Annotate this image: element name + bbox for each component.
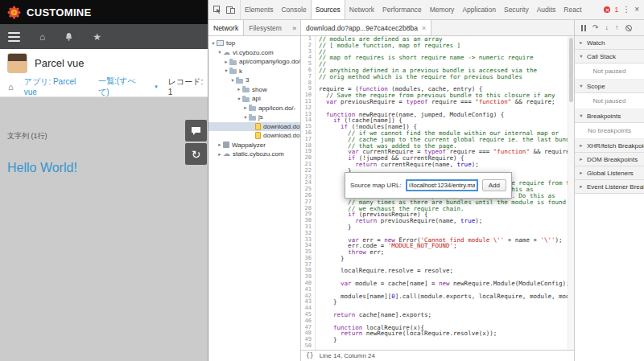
line-number[interactable]: 50 [301,343,316,350]
code-line: 11 var previousRequire = typeof require … [301,99,568,105]
devtools-tab-sources[interactable]: Sources [311,0,345,19]
floating-buttons: ↻ [185,120,207,165]
section-call-stack[interactable]: ▾Call Stack [575,50,644,64]
devtools-tab-performance[interactable]: Performance [378,0,426,19]
tree-item-app-icon-do-[interactable]: ▸app/icon.do/- [208,104,300,113]
editor-scrollbar[interactable] [568,36,574,350]
tree-item-wappalyzer[interactable]: ▸Wappalyzer [208,141,300,150]
avatar[interactable] [7,53,27,73]
error-count[interactable]: 1 [614,6,618,14]
section-dom-breakpoints[interactable]: ▸DOM Breakpoints [575,153,644,166]
debugger-sidebar: ↷ ↓ ↑ ▸Watch▾Call StackNot paused▾ScopeN… [574,20,644,361]
tree-item-3[interactable]: ▾3 [208,76,300,85]
tree-item-vi-cybozu-com[interactable]: ▾☁vi.cybozu.com [208,48,300,58]
editor-tab-title: download.do?app...9e7ca4cec2b8ba [306,24,418,32]
devtools-tab-application[interactable]: Application [458,0,500,19]
folder-icon [249,116,256,121]
close-tab-icon[interactable]: × [422,24,426,32]
refresh-button[interactable]: ↻ [185,143,207,165]
scrollbar-thumb[interactable] [569,38,573,102]
bell-icon[interactable] [64,32,73,42]
browser-page: CUSTOMINE ⌂ ★ Parcel vue ⌂ アプリ: Parcel v… [0,0,208,361]
device-toolbar-icon[interactable] [226,2,235,17]
menu-icon[interactable] [8,32,20,42]
devtools-tab-security[interactable]: Security [500,0,533,19]
record-count: レコード: 1 [168,76,208,96]
tree-item-download-do-app-3[interactable]: download.do?app=3 [208,122,300,132]
editor-tab[interactable]: download.do?app...9e7ca4cec2b8ba × [301,20,431,35]
folder-icon [229,60,237,65]
code-line: 42 modules[name][0].call(module.exports,… [301,293,568,300]
sources-sidebar: Network Filesystem » ▾top▾☁vi.cybozu.com… [208,20,301,361]
deactivate-breakpoints-icon[interactable] [625,25,632,31]
tree-item-js[interactable]: ▾js [208,113,300,122]
section-global-listeners[interactable]: ▸Global Listeners [575,166,644,180]
section-scope[interactable]: ▾Scope [575,80,644,93]
step-over-icon[interactable]: ↷ [592,24,599,31]
add-button[interactable]: Add [482,179,506,191]
app-toolbar: ⌂ ★ [0,24,208,49]
editor-tabbar: download.do?app...9e7ca4cec2b8ba × [301,20,574,36]
breadcrumb-app-link[interactable]: アプリ: Parcel vue [24,76,88,96]
tree-item-download-do-conten-[interactable]: download.do?conten… [208,131,300,141]
inspect-element-icon[interactable] [213,2,221,17]
section-event-listener-breakpoints[interactable]: ▸Event Listener Breakpoints [575,180,644,194]
step-into-icon[interactable]: ↓ [605,24,609,31]
tab-filesystem[interactable]: Filesystem [244,20,287,35]
brand-name: CUSTOMINE [27,6,91,18]
file-icon [255,132,261,139]
more-menu-icon[interactable]: ⋮ [622,6,630,14]
computer-icon [217,40,224,46]
folder-icon [229,69,237,74]
code-line: 2// [ module function, map of requires ] [301,43,568,49]
code-line: 50 [301,343,568,350]
cloud-icon: ☁ [223,49,230,56]
devtools-tab-memory[interactable]: Memory [426,0,459,19]
cursor-position: Line 14, Column 24 [320,352,375,359]
field-label: 文字列 (1行) [7,131,208,142]
tree-item-api[interactable]: ▾api [208,94,300,104]
tree-item-k[interactable]: ▾k [208,67,300,76]
pause-icon[interactable] [581,25,586,31]
overflow-chevron-icon[interactable]: » [292,24,300,32]
folder-icon [242,97,250,102]
step-out-icon[interactable]: ↑ [615,24,619,31]
devtools: ElementsConsoleSourcesNetworkPerformance… [208,0,644,361]
dialog-label: Source map URL: [350,182,402,189]
chat-bubble-icon [191,126,201,136]
debugger-toolbar: ↷ ↓ ↑ [575,20,644,36]
source-map-url-input[interactable] [406,179,478,191]
section-status: No breakpoints [575,123,644,139]
code-line: 48 return newRequire(localRequire.resolv… [301,330,568,337]
home-icon[interactable]: ⌂ [39,32,45,42]
devtools-tab-network[interactable]: Network [345,0,378,19]
tab-network[interactable]: Network [208,20,244,35]
code-line: 31 } [301,224,568,231]
pretty-print-icon[interactable]: {} [306,352,314,359]
folder-icon [242,88,250,92]
tree-item-api-company-logo-do-[interactable]: ▸api/company/logo.do/- [208,57,300,67]
file-icon [255,123,261,130]
tree-item-static-cybozu-com[interactable]: ▸☁static.cybozu.com [208,150,300,159]
customine-gear-icon [7,6,21,19]
devtools-tab-audits[interactable]: Audits [533,0,560,19]
tree-item-show[interactable]: ▸show [208,85,300,95]
breadcrumb-list-link[interactable]: 一覧:(すべて) [98,76,144,98]
section-breakpoints[interactable]: ▾Breakpoints [575,109,644,123]
tree-item-top[interactable]: ▾top [208,39,300,48]
devtools-tabs: ElementsConsoleSourcesNetworkPerformance… [241,0,586,19]
code-line: 38 localRequire.resolve = resolve; [301,268,568,274]
star-icon[interactable]: ★ [93,32,101,42]
close-devtools-icon[interactable]: × [634,6,639,14]
chat-button[interactable] [185,120,207,142]
section-watch[interactable]: ▸Watch [575,36,644,50]
devtools-tab-elements[interactable]: Elements [241,0,277,19]
error-badge-icon[interactable] [604,6,610,13]
devtools-tab-console[interactable]: Console [277,0,310,19]
code-line: 43 } [301,299,568,306]
devtools-tab-react[interactable]: React [559,0,585,19]
brand-bar: CUSTOMINE [0,0,208,24]
breadcrumb-home-icon[interactable]: ⌂ [8,82,14,92]
chevron-down-icon[interactable]: ▾ [155,84,158,90]
section-xhr-fetch-breakpoints[interactable]: ▸XHR/fetch Breakpoints [575,139,644,153]
